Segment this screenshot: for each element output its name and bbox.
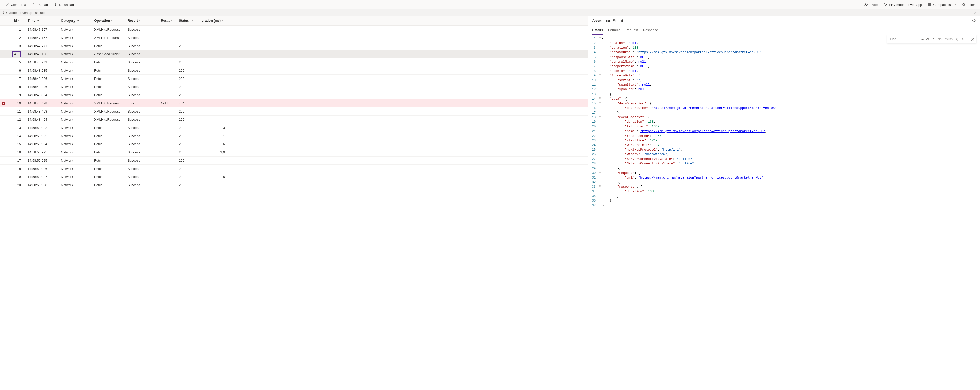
tab-response[interactable]: Response: [643, 26, 658, 35]
cell-time: 14:58:48.233: [25, 60, 58, 64]
fold-icon[interactable]: ⊟: [598, 185, 602, 189]
code-line: 22 "responseEnd": 1357,: [588, 134, 980, 138]
table-row[interactable]: 614:58:48.235NetworkFetchSuccess200: [0, 67, 588, 75]
col-status[interactable]: Status: [176, 19, 202, 22]
table-row[interactable]: 114:58:47.167NetworkXMLHttpRequestSucces…: [0, 25, 588, 34]
code-line: 21 "name": "https://mem.gfx.ms/meversion…: [588, 129, 980, 134]
cell-time: 14:58:48.453: [25, 109, 58, 113]
table-row[interactable]: 314:58:47.771NetworkFetchSuccess200: [0, 42, 588, 50]
table-row[interactable]: 1714:58:50.925NetworkFetchSuccess200: [0, 157, 588, 165]
col-time[interactable]: Time: [25, 19, 58, 22]
table-row[interactable]: 714:58:48.236NetworkFetchSuccess200: [0, 75, 588, 83]
col-duration[interactable]: Duration (ms): [202, 19, 230, 22]
tab-formula[interactable]: Formula: [608, 26, 620, 35]
cell-result: Success: [125, 142, 158, 146]
cell-category: Network: [58, 109, 92, 113]
cell-result: Success: [125, 52, 158, 56]
close-session-icon[interactable]: [974, 11, 977, 15]
line-number: 30: [588, 171, 598, 176]
fold-icon[interactable]: ⊟: [598, 171, 602, 176]
line-number: 28: [588, 162, 598, 166]
table-row[interactable]: 514:58:48.233NetworkFetchSuccess200: [0, 58, 588, 67]
table-row[interactable]: 1414:58:50.922NetworkFetchSuccess2001: [0, 132, 588, 140]
prev-match-icon[interactable]: [955, 37, 959, 41]
col-reason[interactable]: Res...: [158, 19, 176, 22]
cell-operation: Fetch: [92, 60, 125, 64]
cell-operation: Fetch: [92, 68, 125, 72]
fold-icon[interactable]: ⊟: [598, 97, 602, 101]
download-button[interactable]: Download: [51, 1, 76, 8]
play-app-button[interactable]: Play model-driven app: [881, 1, 924, 8]
table-row[interactable]: 914:58:48.324NetworkFetchSuccess200: [0, 91, 588, 99]
invite-button[interactable]: Invite: [861, 1, 880, 8]
fold-icon: [598, 82, 602, 87]
fold-icon[interactable]: ⊟: [598, 73, 602, 78]
compact-list-button[interactable]: Compact list: [925, 1, 959, 8]
table-row[interactable]: 1314:58:50.922NetworkFetchSuccess2003: [0, 124, 588, 132]
line-number: 26: [588, 152, 598, 157]
cell-result: Success: [125, 44, 158, 48]
match-case-icon[interactable]: Aa: [921, 37, 925, 41]
tab-details[interactable]: Details: [592, 26, 603, 35]
session-tab[interactable]: Model-driven app session: [0, 9, 980, 16]
cell-status: 200: [176, 60, 202, 64]
fold-icon: [598, 166, 602, 171]
upload-button[interactable]: Upload: [29, 1, 51, 8]
clear-data-button[interactable]: Clear data: [3, 1, 29, 8]
code-line: 3 "duration": 138,: [588, 46, 980, 50]
col-id[interactable]: Id: [7, 19, 25, 22]
regex-icon[interactable]: .*: [931, 37, 935, 41]
line-number: 31: [588, 176, 598, 180]
download-label: Download: [59, 3, 74, 6]
cell-operation: Fetch: [92, 159, 125, 162]
expand-icon[interactable]: [972, 18, 976, 24]
cell-category: Network: [58, 183, 92, 187]
table-row[interactable]: 814:58:48.296NetworkFetchSuccess200: [0, 83, 588, 91]
filter-button[interactable]: Filter: [959, 1, 977, 8]
details-panel: AssetLoad.Script Details Formula Request…: [588, 16, 980, 390]
table-row[interactable]: 414:58:48.106NetworkAssetLoad.ScriptSucc…: [0, 50, 588, 58]
next-match-icon[interactable]: [960, 37, 964, 41]
cell-status: 200: [176, 142, 202, 146]
close-find-icon[interactable]: [970, 37, 975, 41]
whole-word-icon[interactable]: Ab: [926, 37, 930, 41]
table-row[interactable]: 1814:58:50.926NetworkFetchSuccess200: [0, 165, 588, 173]
line-number: 1: [588, 36, 598, 41]
find-input[interactable]: [889, 36, 920, 42]
table-row[interactable]: 1214:58:48.494NetworkXMLHttpRequestSucce…: [0, 116, 588, 124]
col-result[interactable]: Result: [125, 19, 158, 22]
line-number: 21: [588, 129, 598, 134]
cell-status: 200: [176, 134, 202, 138]
line-number: 18: [588, 115, 598, 120]
code-line: 4 "dataSource": "https://mem.gfx.ms/meve…: [588, 50, 980, 55]
code-viewer[interactable]: Aa Ab .* No Results 1⊟{2 "status": null,…: [588, 35, 980, 390]
cell-status: 404: [176, 101, 202, 105]
table-row[interactable]: ✕1014:58:48.378NetworkXMLHttpRequestErro…: [0, 99, 588, 108]
table-body[interactable]: 114:58:47.167NetworkXMLHttpRequestSucces…: [0, 25, 588, 390]
table-row[interactable]: 1514:58:50.924NetworkFetchSuccess2006: [0, 140, 588, 148]
tab-request[interactable]: Request: [625, 26, 638, 35]
cell-id: 13: [7, 126, 25, 130]
fold-icon: [598, 69, 602, 73]
col-category[interactable]: Category: [58, 19, 92, 22]
fold-icon: [598, 194, 602, 198]
table-row[interactable]: 1114:58:48.453NetworkXMLHttpRequestSucce…: [0, 108, 588, 116]
cell-id: 20: [7, 183, 25, 187]
table-row[interactable]: 1614:58:50.925NetworkFetchSuccess2001,0: [0, 148, 588, 157]
find-in-selection-icon[interactable]: [966, 37, 969, 41]
fold-icon[interactable]: ⊟: [598, 115, 602, 120]
code-line: 25 "nextHopProtocol": "http/1.1",: [588, 147, 980, 152]
cell-id: 11: [7, 109, 25, 113]
code-line: 26 "window": "MainWindow",: [588, 152, 980, 157]
fold-icon[interactable]: ⊟: [598, 101, 602, 106]
table-row[interactable]: 2014:58:50.928NetworkFetchSuccess200: [0, 181, 588, 189]
cell-result: Success: [125, 167, 158, 171]
cell-reason: Not Fou...: [158, 101, 176, 105]
cell-time: 14:58:50.928: [25, 183, 58, 187]
col-operation[interactable]: Operation: [92, 19, 125, 22]
cell-result: Success: [125, 126, 158, 130]
fold-icon[interactable]: ⊟: [598, 36, 602, 41]
table-row[interactable]: 214:58:47.167NetworkXMLHttpRequestSucces…: [0, 34, 588, 42]
table-row[interactable]: 1914:58:50.927NetworkFetchSuccess2005: [0, 173, 588, 181]
panel-title: AssetLoad.Script: [592, 19, 623, 23]
